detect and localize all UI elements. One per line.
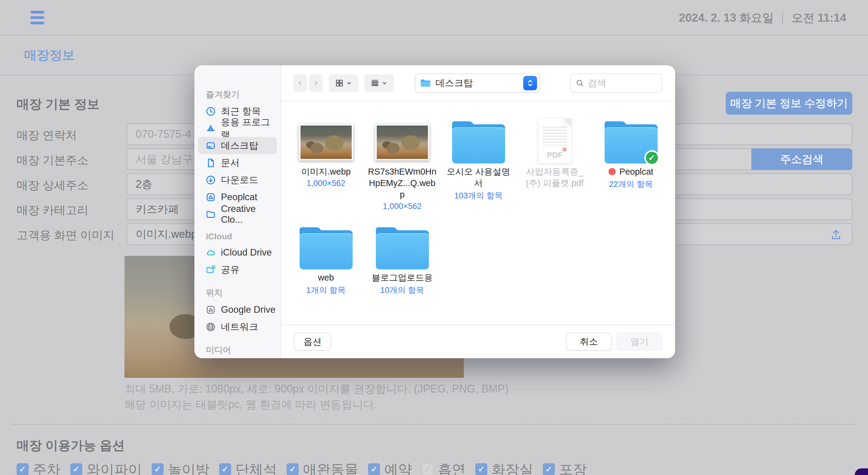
file-item[interactable]: ✓ PDF 이미지.webp 1,000×562 <box>291 118 361 211</box>
sidebar-section-header: 위치 <box>206 288 223 297</box>
address-search-button[interactable]: 주소검색 <box>751 148 852 170</box>
store-option: ✓ 화장실 <box>475 462 533 475</box>
sidebar-item-label: 네트워크 <box>221 320 258 333</box>
file-item[interactable]: ✓ PDF web 1개의 항목 <box>291 224 361 296</box>
file-meta-label: 1,000×562 <box>307 179 345 188</box>
file-name-label: 이미지.webp <box>301 166 350 177</box>
location-dropdown[interactable]: 데스크탑 <box>415 73 540 93</box>
option-checkbox[interactable]: ✓ <box>368 463 380 475</box>
image-note-line2: 해당 이미지는 태블릿pc, 웹 환경에 따라 변동됩니다. <box>124 397 377 412</box>
upload-icon[interactable] <box>830 228 843 241</box>
store-option: ✓ 주차 <box>17 462 61 475</box>
folder-icon: ✓ <box>376 227 429 269</box>
dialog-main: 데스크탑 <box>281 65 675 358</box>
image-thumbnail <box>375 124 430 161</box>
sidebar-item[interactable]: 문서 문서 <box>198 154 277 171</box>
edit-basic-info-button[interactable]: 매장 기본 정보 수정하기 <box>726 92 852 115</box>
open-button[interactable]: 열기 <box>617 333 662 351</box>
store-option: ✓ 애완동물 <box>287 462 358 475</box>
store-option: ✓ 단체석 <box>219 462 277 475</box>
cancel-button[interactable]: 취소 <box>566 333 612 351</box>
sidebar-item[interactable]: 응용 프로그램 응용 프로그램 <box>198 120 277 137</box>
option-checkbox[interactable]: ✓ <box>152 463 164 475</box>
sidebar-item-label: 문서 <box>221 157 240 169</box>
folder-icon: ✓ <box>604 121 658 164</box>
file-item[interactable]: ✓ PDF 오시오 사용설명서 103개의 항목 <box>443 118 514 211</box>
option-checkbox[interactable]: ✓ <box>17 463 29 475</box>
datetime-display: 2024. 2. 13 화요일 오전 11:14 <box>679 0 846 36</box>
file-item[interactable]: ✓ PDF 블로그업로드용 10개의 항목 <box>367 224 438 296</box>
red-tag-icon <box>609 168 616 175</box>
option-checkbox[interactable]: ✓ <box>70 463 82 475</box>
sidebar-item-icon <box>205 209 216 220</box>
option-label: 포장 <box>559 462 587 475</box>
icon-view-button[interactable] <box>329 74 358 92</box>
sidebar-item-label: 다운로드 <box>221 174 258 186</box>
option-checkbox[interactable]: ✓ <box>287 463 299 475</box>
option-label: 놀이방 <box>168 462 210 475</box>
sidebar-item-icon <box>205 140 216 151</box>
option-label: 흡연 <box>438 462 466 475</box>
option-checkbox[interactable]: ✓ <box>422 463 434 475</box>
sidebar-item[interactable]: Creative Clo... Creative Clo... <box>198 206 277 223</box>
option-checkbox[interactable]: ✓ <box>475 463 487 475</box>
file-meta-label: 1개의 항목 <box>306 285 346 296</box>
sidebar-item[interactable]: iCloud iCloud <box>198 232 277 241</box>
options-section-title: 매장 이용가능 옵션 <box>17 437 125 454</box>
sidebar-item[interactable]: 즐겨찾기 즐겨찾기 <box>198 89 277 100</box>
sidebar-item[interactable]: 네트워크 네트워크 <box>198 318 277 335</box>
sidebar-item[interactable]: 공유 공유 <box>198 261 277 278</box>
date-label: 2024. 2. 13 화요일 <box>679 10 774 26</box>
hamburger-menu-icon[interactable] <box>30 11 44 24</box>
file-meta-label: 1,000×562 <box>383 202 421 211</box>
file-name-label: RS7s3hEWm0HnHpEMyZ...Q.webp <box>367 166 437 200</box>
group-view-button[interactable] <box>364 74 394 92</box>
location-label: 데스크탑 <box>435 77 519 90</box>
chevron-left-icon <box>296 79 304 87</box>
store-option: ✓ 놀이방 <box>152 462 210 475</box>
store-option: ✓ 흡연 <box>422 462 466 475</box>
option-label: 예약 <box>384 462 412 475</box>
sidebar-item-label: Peoplcat <box>221 192 257 203</box>
search-input[interactable] <box>588 78 657 89</box>
sidebar-item[interactable]: Peoplcat Peoplcat <box>198 189 277 206</box>
sidebar-item[interactable]: 미디어 미디어 <box>198 344 277 356</box>
sidebar-item[interactable]: iCloud Drive iCloud Drive <box>198 244 277 261</box>
sidebar-item[interactable]: Google Drive Google Drive <box>198 301 277 318</box>
file-grid: ✓ PDF 이미지.webp 1,000×562 <box>281 101 675 325</box>
customer-image-label: 고객용 화면 이미지 <box>17 228 115 243</box>
datetime-separator <box>782 12 783 24</box>
time-label: 오전 11:14 <box>792 10 846 26</box>
options-button[interactable]: 옵션 <box>294 333 331 351</box>
image-thumbnail <box>299 124 353 161</box>
file-item[interactable]: ✓ PDF Peoplcat 22개의 항목 <box>596 118 666 211</box>
chevron-down-icon <box>346 80 352 87</box>
option-checkbox[interactable]: ✓ <box>219 463 231 475</box>
file-meta-label: 103개의 항목 <box>454 190 503 201</box>
sidebar-item[interactable]: 데스크탑 데스크탑 <box>198 137 277 154</box>
sidebar-item[interactable]: 위치 위치 <box>198 287 277 299</box>
file-name-label: 블로그업로드용 <box>372 272 433 283</box>
sidebar-item-label: 데스크탑 <box>221 139 258 152</box>
sidebar-item[interactable]: 다운로드 다운로드 <box>198 171 277 189</box>
folder-icon: ✓ <box>452 121 505 164</box>
dropdown-stepper-icon[interactable] <box>523 76 537 90</box>
chevron-right-icon <box>312 79 320 87</box>
file-name-label: 오시오 사용설명서 <box>444 166 514 189</box>
page-title: 매장정보 <box>24 47 75 64</box>
search-icon <box>575 78 585 88</box>
option-label: 화장실 <box>492 462 533 475</box>
file-meta-label: 10개의 항목 <box>380 285 424 296</box>
forward-button[interactable] <box>309 74 323 92</box>
file-item[interactable]: ✓ PDF RS7s3hEWm0HnHpEMyZ...Q.webp 1,000×… <box>367 118 438 211</box>
chevron-down-icon <box>381 80 388 87</box>
file-open-dialog: 즐겨찾기 즐겨찾기 최근 항목 최근 항목 응용 프로그램 응용 프로그램 <box>194 65 675 358</box>
file-item[interactable]: ✓ PDF 사업자등록증_(주) 피플캣.pdf <box>520 118 590 211</box>
back-button[interactable] <box>293 74 307 92</box>
search-field[interactable] <box>570 73 662 93</box>
phone-label: 매장 연락처 <box>17 128 77 143</box>
option-checkbox[interactable]: ✓ <box>543 463 555 475</box>
section-divider <box>12 424 856 425</box>
sidebar-item-label: Creative Clo... <box>221 203 277 225</box>
sidebar-item-label: 공유 <box>221 263 240 276</box>
